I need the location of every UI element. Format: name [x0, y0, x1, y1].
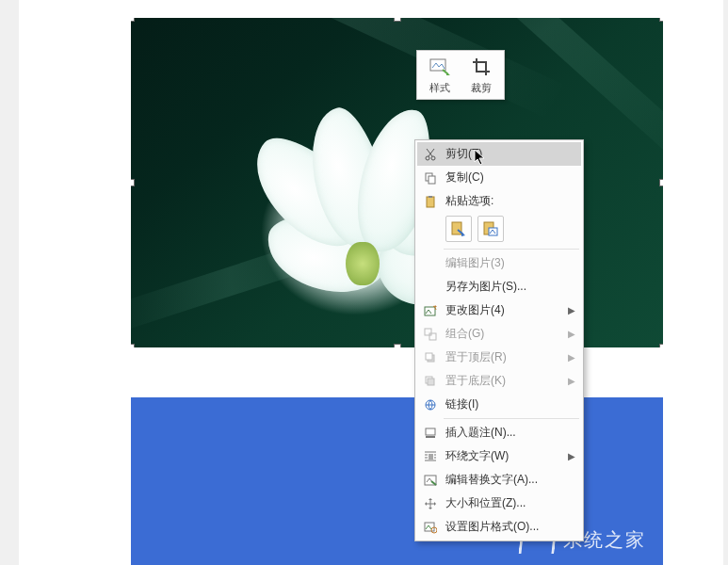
menu-cut[interactable]: 剪切(T) — [417, 142, 581, 166]
paste-picture-icon — [482, 220, 499, 237]
menu-edit-picture-label: 编辑图片(3) — [445, 255, 575, 271]
svg-rect-20 — [428, 379, 434, 385]
menu-format-picture[interactable]: 设置图片格式(O)... — [417, 515, 581, 539]
svg-point-4 — [431, 156, 435, 160]
svg-rect-8 — [429, 196, 432, 198]
svg-rect-12 — [489, 228, 497, 235]
format-picture-icon — [421, 519, 440, 536]
alt-text-icon — [421, 472, 440, 489]
menu-bring-front-label: 置于顶层(R) — [445, 349, 564, 365]
menu-alt-text-label: 编辑替换文字(A)... — [445, 472, 575, 488]
resize-handle-nw[interactable] — [131, 18, 135, 22]
submenu-arrow-icon: ▶ — [568, 305, 575, 315]
paste-option-keep-source[interactable] — [445, 216, 472, 242]
menu-insert-caption[interactable]: 插入题注(N)... — [417, 421, 581, 444]
menu-paste-options-label: 粘贴选项: — [445, 193, 575, 209]
resize-handle-w[interactable] — [131, 179, 135, 186]
menu-copy-label: 复制(C) — [445, 170, 575, 186]
resize-handle-se[interactable] — [659, 344, 663, 347]
resize-handle-s[interactable] — [394, 344, 401, 347]
bring-front-icon — [421, 349, 440, 366]
menu-hyperlink-label: 链接(I) — [445, 396, 575, 412]
hyperlink-icon — [421, 396, 440, 413]
menu-edit-picture: 编辑图片(3) — [417, 251, 581, 275]
picture-style-icon — [429, 56, 451, 77]
paste-option-picture[interactable] — [477, 216, 504, 242]
resize-handle-ne[interactable] — [659, 18, 663, 22]
menu-save-as-picture[interactable]: 另存为图片(S)... — [417, 275, 581, 299]
crop-label: 裁剪 — [471, 81, 492, 95]
wrap-text-icon — [421, 448, 440, 465]
menu-change-picture[interactable]: 更改图片(4) ▶ — [417, 299, 581, 322]
menu-save-as-picture-label: 另存为图片(S)... — [445, 279, 575, 295]
menu-send-back-label: 置于底层(K) — [445, 373, 564, 389]
context-menu: 剪切(T) 复制(C) 粘贴选项: 编辑图片(3) 另存为图片(S)... 更 — [414, 139, 584, 541]
menu-edit-alt-text[interactable]: 编辑替换文字(A)... — [417, 468, 581, 492]
menu-change-picture-label: 更改图片(4) — [445, 302, 564, 318]
cut-icon — [421, 146, 440, 163]
crop-button[interactable]: 裁剪 — [466, 56, 496, 95]
svg-marker-10 — [461, 233, 465, 236]
svg-rect-6 — [429, 176, 435, 184]
svg-marker-28 — [429, 498, 432, 500]
send-back-icon — [421, 373, 440, 390]
svg-point-3 — [426, 156, 429, 160]
menu-send-to-back: 置于底层(K) ▶ — [417, 369, 581, 393]
copy-icon — [421, 170, 440, 186]
crop-icon — [470, 56, 493, 77]
menu-copy[interactable]: 复制(C) — [417, 166, 581, 189]
menu-paste-options-header: 粘贴选项: — [417, 189, 581, 213]
paste-icon — [421, 193, 440, 210]
svg-marker-14 — [434, 305, 437, 307]
menu-group: 组合(G) ▶ — [417, 322, 581, 346]
svg-rect-24 — [429, 454, 433, 460]
menu-format-picture-label: 设置图片格式(O)... — [445, 519, 575, 535]
document-page: 系统之家 — [19, 0, 723, 565]
size-position-icon — [421, 495, 440, 512]
mini-toolbar: 样式 裁剪 — [416, 50, 505, 100]
svg-marker-26 — [425, 502, 427, 506]
menu-caption-label: 插入题注(N)... — [445, 425, 575, 441]
menu-bring-to-front: 置于顶层(R) ▶ — [417, 346, 581, 369]
menu-group-label: 组合(G) — [445, 326, 564, 342]
style-button[interactable]: 样式 — [425, 56, 455, 95]
menu-size-position-label: 大小和位置(Z)... — [445, 495, 575, 511]
svg-rect-16 — [429, 333, 436, 340]
menu-cut-label: 剪切(T) — [445, 146, 575, 162]
style-label: 样式 — [429, 81, 450, 95]
svg-marker-27 — [434, 502, 436, 506]
paste-keep-source-icon — [450, 220, 467, 237]
svg-rect-18 — [426, 353, 432, 360]
menu-size-position[interactable]: 大小和位置(Z)... — [417, 492, 581, 515]
caption-icon — [421, 425, 440, 442]
menu-hyperlink[interactable]: 链接(I) — [417, 393, 581, 416]
group-icon — [421, 326, 440, 343]
menu-wrap-text[interactable]: 环绕文字(W) ▶ — [417, 444, 581, 468]
change-picture-icon — [421, 302, 440, 319]
resize-handle-e[interactable] — [659, 179, 663, 186]
submenu-arrow-icon: ▶ — [568, 451, 575, 461]
svg-rect-23 — [426, 436, 435, 438]
resize-handle-sw[interactable] — [131, 344, 135, 347]
svg-rect-22 — [426, 428, 435, 435]
menu-wrap-text-label: 环绕文字(W) — [445, 448, 564, 464]
svg-rect-15 — [425, 329, 431, 335]
paste-options-row — [417, 213, 581, 247]
resize-handle-n[interactable] — [394, 18, 401, 22]
svg-marker-29 — [429, 508, 432, 509]
svg-rect-7 — [427, 197, 434, 207]
